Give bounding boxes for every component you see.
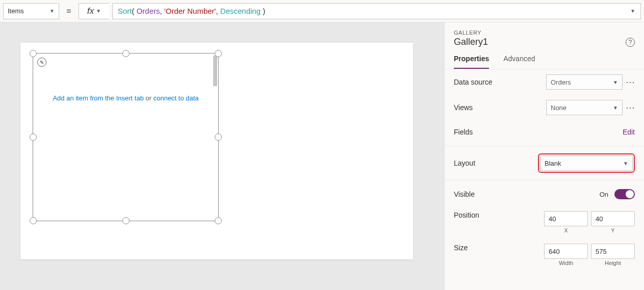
y-label: Y	[591, 227, 635, 233]
properties-list: Data source Orders ▼ ⋯ Views None ▼ ⋯	[445, 69, 644, 290]
chevron-down-icon: ▼	[613, 105, 618, 111]
resize-handle[interactable]	[215, 217, 222, 224]
resize-handle[interactable]	[215, 134, 222, 141]
property-selector[interactable]: Items ▼	[3, 3, 59, 19]
divider	[445, 146, 644, 146]
formula-input[interactable]: Sort( Orders, 'Order Number', Descending…	[112, 3, 641, 19]
visible-toggle[interactable]	[614, 189, 635, 199]
divider	[445, 180, 644, 180]
size-height-input[interactable]	[591, 244, 635, 259]
pencil-icon[interactable]: ✎	[37, 58, 46, 67]
fields-edit-link[interactable]: Edit	[623, 128, 635, 136]
prop-data-source: Data source Orders ▼ ⋯	[445, 69, 644, 95]
resize-handle[interactable]	[30, 217, 37, 224]
prop-position: Position X Y	[445, 206, 644, 239]
width-label: Width	[544, 260, 588, 266]
resize-handle[interactable]	[122, 217, 130, 224]
layout-value: Blank	[545, 160, 561, 167]
resize-handle[interactable]	[30, 50, 37, 57]
fx-label: fx	[87, 6, 94, 16]
prop-label: Fields	[454, 128, 473, 136]
gallery-placeholder: Add an item from the Insert tab or conne…	[33, 94, 218, 102]
formula-text: Sort( Orders, 'Order Number', Descending…	[118, 7, 265, 15]
connect-data-link[interactable]: connect to data	[153, 94, 199, 102]
placeholder-or: or	[144, 94, 153, 102]
prop-label: Data source	[454, 78, 492, 86]
height-label: Height	[591, 260, 635, 266]
more-icon[interactable]: ⋯	[626, 76, 635, 88]
property-selector-label: Items	[8, 7, 24, 15]
formula-bar: Items ▼ = fx ▼ Sort( Orders, 'Order Numb…	[0, 0, 644, 22]
prop-label: Size	[454, 244, 468, 252]
position-y-input[interactable]	[591, 211, 635, 226]
layout-highlight: Blank ▼	[538, 153, 635, 173]
x-label: X	[544, 227, 588, 233]
chevron-down-icon: ▼	[623, 161, 628, 166]
prop-size: Size Width Height	[445, 239, 644, 271]
chevron-down-icon: ▼	[613, 80, 618, 85]
resize-handle[interactable]	[122, 50, 130, 57]
main-area: ✎ Add an item from the Insert tab or con…	[0, 22, 644, 290]
tab-advanced[interactable]: Advanced	[503, 55, 535, 69]
views-value: None	[551, 104, 566, 112]
size-width-input[interactable]	[544, 244, 588, 259]
canvas-page[interactable]: ✎ Add an item from the Insert tab or con…	[20, 43, 413, 259]
control-name: Gallery1	[454, 37, 488, 47]
gallery-scrollbar[interactable]	[213, 56, 217, 86]
more-icon[interactable]: ⋯	[626, 102, 635, 113]
chevron-down-icon: ▼	[49, 8, 55, 14]
resize-handle[interactable]	[215, 50, 222, 57]
resize-handle[interactable]	[30, 134, 37, 141]
data-source-value: Orders	[551, 78, 571, 86]
prop-label: Visible	[454, 190, 475, 198]
properties-panel: GALLERY Gallery1 ? Properties Advanced D…	[444, 22, 644, 290]
panel-tabs: Properties Advanced	[445, 55, 644, 69]
views-dropdown[interactable]: None ▼	[546, 100, 623, 115]
help-icon[interactable]: ?	[626, 38, 635, 47]
prop-label: Layout	[454, 159, 475, 167]
prop-visible: Visible On	[445, 182, 644, 206]
chevron-down-icon[interactable]: ▼	[630, 8, 635, 14]
prop-label: Views	[454, 103, 473, 112]
equals-sign: =	[62, 7, 75, 16]
control-type-label: GALLERY	[454, 30, 635, 36]
insert-item-link[interactable]: Add an item from the Insert tab	[53, 94, 143, 102]
prop-fields: Fields Edit	[445, 120, 644, 144]
tab-properties[interactable]: Properties	[454, 55, 489, 69]
visible-state-text: On	[600, 191, 608, 198]
prop-label: Position	[454, 211, 479, 219]
fx-dropdown[interactable]: fx ▼	[79, 3, 109, 19]
panel-header: GALLERY Gallery1 ?	[445, 22, 644, 47]
prop-layout: Layout Blank ▼	[445, 148, 644, 178]
prop-views: Views None ▼ ⋯	[445, 95, 644, 120]
chevron-down-icon: ▼	[96, 8, 101, 14]
layout-dropdown[interactable]: Blank ▼	[540, 155, 633, 171]
canvas-area: ✎ Add an item from the Insert tab or con…	[0, 22, 444, 290]
position-x-input[interactable]	[544, 211, 588, 226]
selected-gallery-control[interactable]: ✎ Add an item from the Insert tab or con…	[33, 53, 219, 221]
data-source-dropdown[interactable]: Orders ▼	[546, 74, 623, 90]
